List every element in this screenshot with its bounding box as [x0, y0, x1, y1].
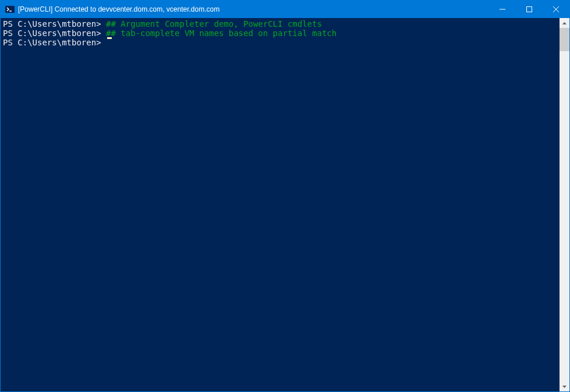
content-area: PS C:\Users\mtboren> ## Argument Complet…	[1, 18, 569, 391]
prompt-text: PS C:\Users\mtboren>	[3, 38, 106, 47]
window-title: [PowerCLI] Connected to devvcenter.dom.c…	[18, 5, 489, 13]
window-controls	[489, 1, 569, 18]
scrollbar-track[interactable]	[560, 28, 569, 382]
command-text: ## Argument Completer demo, PowerCLI cmd…	[106, 19, 322, 28]
scrollbar-up-button[interactable]	[560, 18, 569, 28]
scrollbar-down-button[interactable]	[560, 382, 569, 391]
terminal-line: PS C:\Users\mtboren> ## tab-complete VM …	[3, 28, 560, 38]
close-button[interactable]	[543, 1, 569, 18]
titlebar[interactable]: [PowerCLI] Connected to devvcenter.dom.c…	[1, 1, 569, 18]
cursor	[107, 37, 112, 39]
svg-rect-3	[527, 7, 532, 12]
powershell-icon	[5, 5, 15, 14]
terminal-line: PS C:\Users\mtboren>	[3, 38, 560, 47]
scrollbar-thumb[interactable]	[560, 28, 569, 51]
powershell-window: [PowerCLI] Connected to devvcenter.dom.c…	[0, 0, 570, 392]
terminal-output[interactable]: PS C:\Users\mtboren> ## Argument Complet…	[1, 18, 560, 391]
prompt-text: PS C:\Users\mtboren>	[3, 28, 106, 38]
vertical-scrollbar[interactable]	[560, 18, 569, 391]
svg-rect-0	[5, 6, 15, 13]
terminal-line: PS C:\Users\mtboren> ## Argument Complet…	[3, 19, 560, 28]
command-text: ## tab-complete VM names based on partia…	[106, 28, 337, 38]
maximize-button[interactable]	[516, 1, 543, 18]
minimize-button[interactable]	[489, 1, 516, 18]
prompt-text: PS C:\Users\mtboren>	[3, 19, 106, 28]
